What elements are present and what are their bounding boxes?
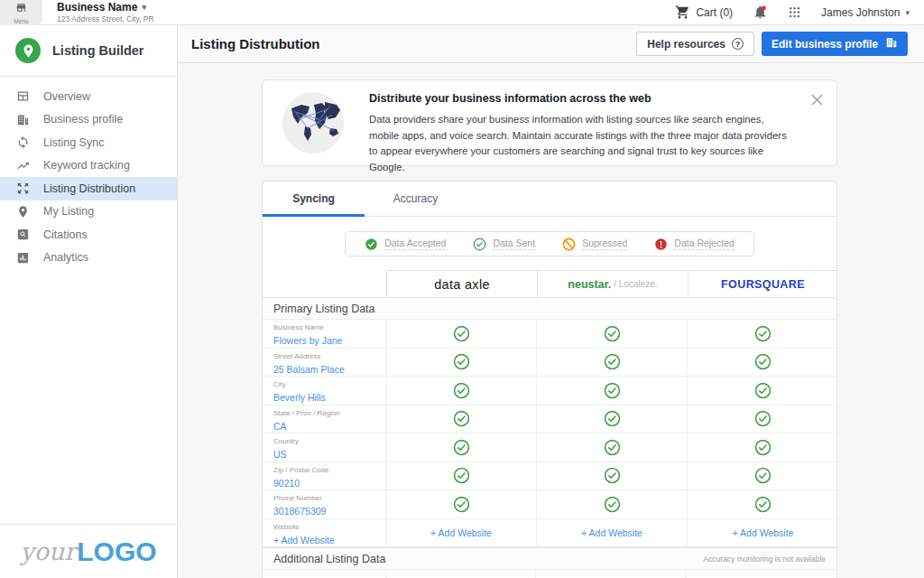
legend-sent-icon xyxy=(473,238,486,251)
chevron-down-icon: ▾ xyxy=(905,8,910,17)
partial-cell xyxy=(386,570,536,578)
user-name: James Johnston xyxy=(821,6,900,19)
field-label-cell: Phone Number3018675309 xyxy=(263,490,386,518)
bell-icon xyxy=(753,5,768,20)
citations-icon xyxy=(16,228,31,242)
overview-icon xyxy=(16,89,31,104)
sidebar-item-label: Listing Distribution xyxy=(43,182,135,195)
app-title: Listing Builder xyxy=(52,43,144,58)
status-cell-neustar xyxy=(537,462,688,490)
status-sent-icon xyxy=(453,325,470,342)
listing-distribution-icon xyxy=(16,182,31,196)
status-cell-foursquare xyxy=(688,349,837,377)
table-row-website: Website+ Add Website+ Add Website+ Add W… xyxy=(263,519,836,548)
provider-header-blank xyxy=(263,270,386,297)
sidebar-item-overview[interactable]: Overview xyxy=(0,85,177,108)
legend-item-data-sent: Data Sent xyxy=(459,238,549,251)
field-value-link[interactable]: CA xyxy=(273,421,287,432)
sidebar-item-listing-distribution[interactable]: Listing Distribution xyxy=(0,177,177,200)
your-logo: yourLOGO xyxy=(0,524,177,578)
table-row-country: CountryUS xyxy=(263,434,836,462)
sidebar-item-label: Business profile xyxy=(43,113,123,126)
field-value-link[interactable]: 90210 xyxy=(273,478,300,489)
legend-label[interactable]: Data Sent xyxy=(493,238,535,250)
edit-business-profile-button[interactable]: Edit business profile xyxy=(762,32,908,56)
status-cell-neustar xyxy=(537,406,688,434)
field-label-cell: State / Prov / RegionCA xyxy=(263,406,386,434)
field-label-cell: CountryUS xyxy=(263,434,386,461)
header-actions: Help resources ? Edit business profile xyxy=(636,32,908,56)
section-title: Primary Listing Data xyxy=(273,303,375,315)
field-label: Business Name xyxy=(273,323,382,331)
field-label: Phone Number xyxy=(273,494,382,502)
banner-body: Data providers share your business infor… xyxy=(369,112,791,175)
field-value-link[interactable]: + Add Website xyxy=(273,535,335,545)
business-name: Business Name xyxy=(57,1,137,14)
status-cell-neustar xyxy=(537,377,688,405)
sidebar-item-citations[interactable]: Citations xyxy=(0,223,177,247)
provider-header-row: data axleneustar. / Localeze.FOURSQUARE xyxy=(263,270,836,297)
sidebar-item-my-listing[interactable]: My Listing xyxy=(0,200,177,224)
status-sent-icon xyxy=(604,382,621,399)
sidebar-item-label: Citations xyxy=(43,228,88,241)
field-label-cell: CityBeverly Hills xyxy=(263,377,386,405)
banner-text: Distribute your business information acr… xyxy=(369,92,791,165)
table-row-zip-postal-code: Zip / Postal Code90210 xyxy=(263,462,836,491)
listing-builder-pin-icon xyxy=(15,38,41,63)
field-value-link[interactable]: Flowers by Jane xyxy=(273,335,342,346)
field-label: Zip / Postal Code xyxy=(273,466,382,474)
help-resources-button[interactable]: Help resources ? xyxy=(636,32,754,56)
status-cell-foursquare xyxy=(688,462,837,490)
add-website-link[interactable]: + Add Website xyxy=(581,527,642,538)
close-icon[interactable] xyxy=(809,92,825,110)
app: Menu Business Name ▾ 123 Address Street,… xyxy=(0,0,924,578)
sidebar-item-business-profile[interactable]: Business profile xyxy=(0,108,177,132)
table-row-partial xyxy=(263,570,836,578)
field-label-cell: Business NameFlowers by Jane xyxy=(263,320,386,348)
status-cell-neustar xyxy=(537,434,688,461)
menu-button[interactable]: Menu xyxy=(0,0,42,25)
notifications-button[interactable] xyxy=(753,5,768,20)
table-row-phone-number: Phone Number3018675309 xyxy=(263,490,836,519)
table-row-city: CityBeverly Hills xyxy=(263,377,836,406)
cart-button[interactable]: Cart (0) xyxy=(675,5,733,20)
sidebar-item-label: My Listing xyxy=(43,205,94,218)
legend-label[interactable]: Supressed xyxy=(582,238,627,250)
field-value-link[interactable]: 3018675309 xyxy=(273,506,326,517)
status-sent-icon xyxy=(754,382,772,399)
legend-item-supressed: Supressed xyxy=(549,238,641,251)
help-resources-label: Help resources xyxy=(647,38,725,51)
field-value-link[interactable]: US xyxy=(273,449,287,460)
legend-label[interactable]: Data Accepted xyxy=(384,238,446,250)
add-website-link[interactable]: + Add Website xyxy=(733,527,794,538)
status-sent-icon xyxy=(604,353,621,370)
field-label: State / Prov / Region xyxy=(273,409,382,417)
legend-label[interactable]: Data Rejected xyxy=(674,238,735,250)
add-website-link[interactable]: + Add Website xyxy=(430,527,492,538)
sidebar-item-label: Analytics xyxy=(43,251,88,264)
sidebar-item-analytics[interactable]: Analytics xyxy=(0,247,177,270)
legend-item-data-accepted: Data Accepted xyxy=(351,238,459,251)
topbar: Menu Business Name ▾ 123 Address Street,… xyxy=(0,0,924,25)
sidebar-item-listing-sync[interactable]: Listing Sync xyxy=(0,131,177,154)
field-value-link[interactable]: 25 Balsam Place xyxy=(273,364,345,375)
building-icon xyxy=(885,36,898,51)
status-sent-icon xyxy=(604,410,621,427)
section-header-additional-listing-data: Additional Listing DataAccuracy monitori… xyxy=(263,547,836,570)
status-cell-neustar xyxy=(537,349,688,377)
sidebar-item-keyword-tracking[interactable]: Keyword tracking xyxy=(0,154,177,178)
business-selector[interactable]: Business Name ▾ 123 Address Street, City… xyxy=(57,1,154,23)
apps-grid-button[interactable] xyxy=(788,5,801,19)
tab-accuracy[interactable]: Accuracy xyxy=(365,182,467,216)
provider-data-axle-logo: data axle xyxy=(386,270,537,297)
status-cell-foursquare xyxy=(688,320,837,348)
status-cell-data-axle xyxy=(386,349,537,377)
world-map-icon xyxy=(281,90,346,155)
user-menu[interactable]: James Johnston ▾ xyxy=(821,6,910,19)
tab-bar: SyncingAccuracy xyxy=(263,182,836,217)
legend-wrap: Data AcceptedData SentSupressedData Reje… xyxy=(263,217,836,270)
field-value-link[interactable]: Beverly Hills xyxy=(273,392,326,403)
tab-syncing[interactable]: Syncing xyxy=(263,182,365,216)
apps-grid-icon xyxy=(788,5,801,19)
cart-label: Cart (0) xyxy=(696,6,733,19)
